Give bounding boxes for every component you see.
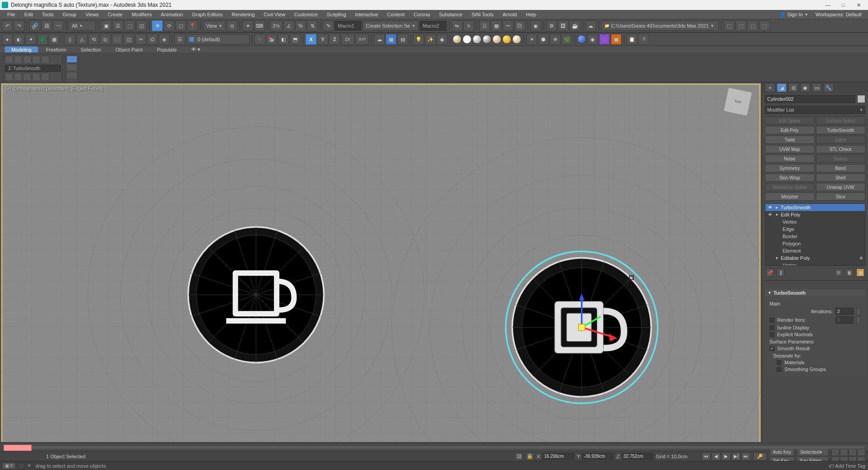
toggle-ribbon-button[interactable]: ▦ bbox=[491, 20, 502, 31]
menu-create[interactable]: Create bbox=[103, 10, 127, 19]
macro2-field[interactable]: Macro2 bbox=[420, 21, 447, 31]
material-sphere-5[interactable] bbox=[492, 35, 501, 44]
ribbon-collapse-2[interactable] bbox=[66, 64, 77, 71]
poly-tool-2[interactable] bbox=[14, 73, 22, 81]
modifier-button-slice[interactable]: Slice bbox=[816, 193, 866, 201]
align-button[interactable]: ≡ bbox=[463, 20, 474, 31]
modifier-stack[interactable]: 👁▸TurboSmooth👁▾Edit PolyVertexEdgeBorder… bbox=[765, 203, 865, 266]
material-sphere-6[interactable] bbox=[502, 35, 511, 44]
material-sphere-7[interactable] bbox=[512, 35, 521, 44]
link-button[interactable]: 🔗 bbox=[29, 20, 40, 31]
poly-tool-3[interactable] bbox=[23, 73, 31, 81]
menu-animation[interactable]: Animation bbox=[156, 10, 188, 19]
workspaces-dropdown[interactable]: Workspaces: Default bbox=[812, 10, 865, 19]
edit-named-sel-button[interactable]: ✎ bbox=[323, 20, 334, 31]
corona-tool-6[interactable]: ⬚ bbox=[599, 34, 610, 45]
modifier-list-dropdown[interactable]: Modifier List▼ bbox=[765, 106, 865, 114]
material-editor-button[interactable]: ◉ bbox=[530, 20, 541, 31]
object-color-swatch[interactable] bbox=[857, 95, 865, 103]
axis-y-button[interactable]: Y bbox=[317, 34, 328, 45]
maximize-button[interactable]: □ bbox=[835, 0, 851, 10]
material-sphere-1[interactable] bbox=[453, 35, 462, 44]
nav-zoom[interactable] bbox=[831, 449, 840, 456]
light-tool-1[interactable]: 💡 bbox=[413, 34, 424, 45]
obj-tool-8[interactable]: ⟲ bbox=[88, 34, 99, 45]
select-by-name-button[interactable]: ☰ bbox=[113, 20, 123, 31]
y-input[interactable] bbox=[582, 453, 613, 460]
layer-tool-1[interactable]: ☰ bbox=[175, 34, 185, 45]
x-input[interactable] bbox=[542, 453, 574, 460]
modifier-button-turbosmooth[interactable]: TurboSmooth bbox=[816, 126, 866, 134]
menu-civil-view[interactable]: Civil View bbox=[259, 10, 289, 19]
tab-modify[interactable]: ◢ bbox=[777, 83, 787, 92]
stack-subobject-polygon[interactable]: Polygon bbox=[765, 240, 865, 247]
poly-tool-4[interactable] bbox=[32, 73, 40, 81]
menu-corona[interactable]: Corona bbox=[409, 10, 434, 19]
curve-editor-button[interactable]: 〜 bbox=[503, 20, 514, 31]
time-slider[interactable] bbox=[4, 446, 864, 449]
unlink-button[interactable]: ⛓ bbox=[41, 20, 52, 31]
track-bar[interactable] bbox=[0, 443, 868, 451]
axis-z-button[interactable]: Z bbox=[329, 34, 340, 45]
subobj-edge-button[interactable] bbox=[14, 56, 22, 64]
tab-display[interactable]: ▭ bbox=[812, 83, 822, 92]
stack-modifier-editable-poly[interactable]: ▾Editable Poly bbox=[765, 254, 865, 262]
extra-tool-2[interactable]: ⬚ bbox=[736, 20, 746, 31]
iterations-spinner[interactable]: 2 bbox=[835, 308, 854, 315]
play-button[interactable]: ▶ bbox=[722, 452, 731, 461]
corona-tool-3[interactable]: ❄ bbox=[550, 34, 561, 45]
corona-tool-5[interactable]: ◉ bbox=[587, 34, 598, 45]
ref-coord-dropdown[interactable]: View▼ bbox=[203, 21, 226, 31]
sign-in-button[interactable]: 👤Sign In▼ bbox=[776, 10, 812, 19]
menu-sini-tools[interactable]: SiNi Tools bbox=[467, 10, 498, 19]
corona-tool-2[interactable]: ⬢ bbox=[538, 34, 549, 45]
viewport[interactable]: [+][Orthographic][Standard][Edged Faces]… bbox=[0, 82, 762, 443]
render-iters-checkbox[interactable] bbox=[769, 318, 774, 323]
redo-button[interactable]: ↷ bbox=[14, 20, 24, 31]
subobj-polygon-button[interactable] bbox=[32, 56, 40, 64]
iterations-spin-buttons[interactable] bbox=[856, 308, 861, 315]
tab-motion[interactable]: ◉ bbox=[800, 83, 810, 92]
prev-frame-button[interactable]: ◀ bbox=[712, 452, 721, 461]
layer-btn-1[interactable]: ➕ bbox=[255, 34, 265, 45]
menu-modifiers[interactable]: Modifiers bbox=[127, 10, 156, 19]
render-iters-spinner[interactable]: 0 bbox=[835, 316, 854, 324]
tab-utilities[interactable]: 🔧 bbox=[824, 83, 834, 92]
ribbon-tab-modeling[interactable]: Modeling bbox=[5, 46, 38, 52]
ribbon-tab-eye[interactable]: 👁 ▾ bbox=[184, 46, 207, 52]
sep-materials-checkbox[interactable] bbox=[777, 360, 782, 365]
light-tool-2[interactable]: ✨ bbox=[425, 34, 436, 45]
select-scale-button[interactable]: ▢ bbox=[175, 20, 186, 31]
modifier-button-symmetry[interactable]: Symmetry bbox=[765, 164, 815, 172]
misc-tool-3[interactable]: ▤ bbox=[397, 34, 408, 45]
rollup-turbosmooth-header[interactable]: ▼TurboSmooth bbox=[765, 289, 865, 296]
modifier-button-stl-check[interactable]: STL Check bbox=[816, 145, 866, 153]
create-sel-set-dropdown[interactable]: Create Selection Se▼ bbox=[363, 21, 419, 31]
help-tool-2[interactable]: ? bbox=[638, 34, 649, 45]
selection-lock-button[interactable]: 🔒 bbox=[526, 453, 534, 460]
macro1-field[interactable]: Macro1 bbox=[335, 21, 362, 31]
open-autodesk-button[interactable]: ☁ bbox=[585, 20, 596, 31]
modifier-button-unwrap-uvw[interactable]: Unwrap UVW bbox=[816, 183, 866, 191]
ribbon-collapse-1[interactable] bbox=[66, 56, 77, 63]
rendered-frame-button[interactable]: 🖼 bbox=[558, 20, 569, 31]
light-tool-3[interactable]: ◉ bbox=[437, 34, 448, 45]
menu-file[interactable]: File bbox=[3, 10, 20, 19]
poly-tool-1[interactable] bbox=[5, 73, 13, 81]
undo-button[interactable]: ↶ bbox=[2, 20, 13, 31]
layer-explorer-button[interactable]: ☷ bbox=[479, 20, 490, 31]
key-mode-button[interactable]: 🔑 bbox=[753, 452, 767, 461]
object-name-input[interactable] bbox=[765, 95, 855, 103]
misc-tool-2[interactable]: ▦ bbox=[386, 34, 396, 45]
menu-help[interactable]: Help bbox=[521, 10, 541, 19]
corona-tool-1[interactable]: ✶ bbox=[526, 34, 537, 45]
axis-xy-button[interactable]: XY² bbox=[355, 34, 369, 45]
smooth-result-checkbox[interactable] bbox=[769, 346, 774, 351]
extra-tool-1[interactable]: ⬚ bbox=[724, 20, 735, 31]
view-cube[interactable]: TOP bbox=[723, 87, 752, 116]
stack-subobject-element[interactable]: Element bbox=[765, 247, 865, 254]
remove-modifier-button[interactable]: 🗑 bbox=[845, 268, 854, 277]
select-rect-button[interactable]: ⬚ bbox=[124, 20, 135, 31]
subobj-border-button[interactable] bbox=[23, 56, 31, 64]
modifier-button-morpher[interactable]: Morpher bbox=[765, 193, 815, 201]
